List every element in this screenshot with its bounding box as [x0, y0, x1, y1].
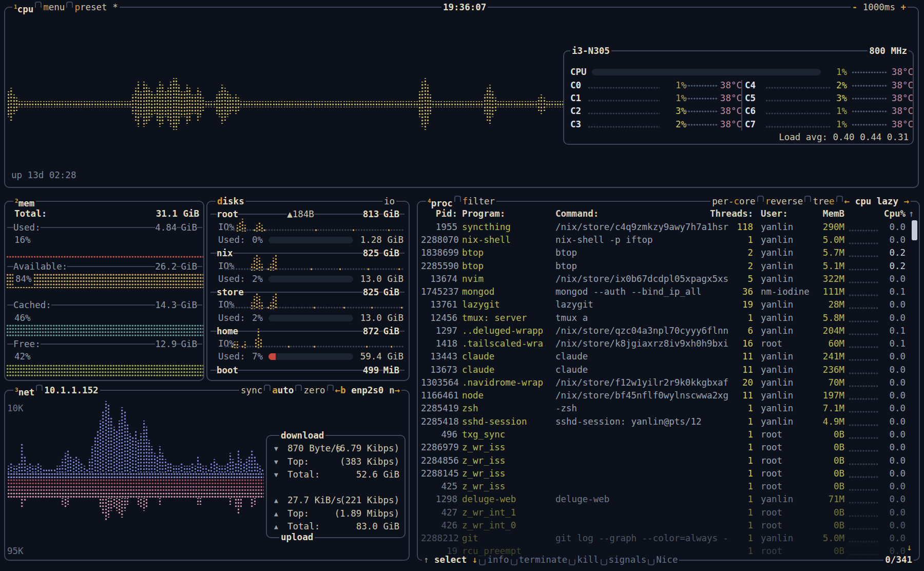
process-row[interactable]: 2288145z_wr_iss1root0B0.0	[418, 467, 914, 480]
interval-control: - 1000ms +	[851, 1, 908, 14]
process-row[interactable]: 2285419zsh-zsh1yanlin7.1M0.0	[418, 402, 914, 415]
upload-stat-label: Top:	[287, 507, 309, 520]
process-command: tmux a	[555, 312, 588, 325]
net-upload-column	[159, 498, 161, 505]
process-row[interactable]: 13443claudeclaude11yanlin241M0.0	[418, 350, 914, 363]
process-row[interactable]: 1303564.navidrome-wrap/nix/store/f12w1yi…	[418, 376, 914, 389]
proc-col-cpu[interactable]: Cpu%	[879, 207, 906, 220]
process-row[interactable]: 12456tmux: servertmux a1yanlin5.8M0.0	[418, 312, 914, 325]
core-meter	[852, 97, 888, 100]
process-name: txg_sync	[462, 428, 505, 441]
process-name: btop	[462, 246, 484, 259]
divider-line	[238, 214, 287, 215]
net-interface-switcher[interactable]: ←b enp2s0 n→	[334, 384, 401, 397]
border-notch	[757, 196, 764, 202]
process-cpu: 0.0	[879, 402, 906, 415]
process-row[interactable]: 2285418sshd-sessionsshd-session: yanlin@…	[418, 415, 914, 428]
process-pid: 425	[421, 480, 457, 493]
process-row[interactable]: 13673claudeclaude11yanlin236M0.0	[418, 364, 914, 376]
process-mem: 0B	[808, 545, 844, 558]
net-options: syncautozero←b enp2s0 n→	[239, 384, 401, 397]
process-row[interactable]: 2288212gitgit log --graph --color=always…	[418, 532, 914, 545]
disk-io-spike	[260, 338, 262, 348]
disks-io-label[interactable]: io	[382, 195, 396, 208]
proc-scroll-down-icon: ↓	[907, 541, 912, 554]
process-pid: 2285418	[421, 415, 457, 428]
divider-line	[177, 344, 181, 345]
process-row[interactable]: 13674nvim/nix/store/ix0b67dcdpl05xpagx5x…	[418, 273, 914, 286]
divider-line	[238, 370, 363, 371]
border-notch	[804, 196, 811, 202]
divider-text: 872	[363, 326, 379, 336]
process-row[interactable]: 1297..deluged-wrapp/nix/store/qzc04a3npl…	[418, 325, 914, 337]
mem-total-value: 31.1 GiB	[156, 207, 199, 220]
proc-col-user[interactable]: User:	[761, 207, 788, 220]
process-mem: 7.1M	[808, 402, 844, 415]
disk-io-spike	[236, 341, 239, 348]
proc-scrollbar-thumb[interactable]	[912, 220, 917, 240]
process-row[interactable]: 1418.tailscaled-wra/nix/store/k8jgiaxrz8…	[418, 337, 914, 350]
disks-panel-title[interactable]: disks	[216, 195, 246, 208]
process-row[interactable]: 2288070nix-shellnix-shell -p iftop1yanli…	[418, 234, 914, 246]
process-row[interactable]: 2285590btopbtop2yanlin5.1M0.2	[418, 260, 914, 273]
divider-text: GiB	[181, 261, 197, 272]
process-row[interactable]: 19rcu_preempt1root0B0.0	[418, 545, 914, 558]
process-row[interactable]: 425z_wr_iss1root0B0.0	[418, 480, 914, 493]
cpu-total-meter	[852, 71, 888, 74]
process-cpu-trail	[849, 515, 878, 518]
proc-filter-button[interactable]: filter	[461, 195, 496, 208]
divider-text: GiB	[383, 248, 399, 258]
process-row[interactable]: 1298deluge-webdeluge-web1yanlin71M0.0	[418, 493, 914, 506]
proc-panel-title[interactable]: 4proc	[426, 195, 454, 208]
proc-col-threads[interactable]: Threads:	[710, 207, 753, 220]
process-cpu-trail	[849, 501, 878, 504]
proc-col-pid[interactable]: Pid:	[421, 207, 457, 220]
process-row[interactable]: 2286979z_wr_iss1root0B0.0	[418, 441, 914, 454]
proc-col-program[interactable]: Program:	[462, 207, 505, 220]
net-arrow-icon: ▲	[274, 520, 278, 533]
proc-options: per-corereversetree← cpu lazy →	[710, 195, 911, 208]
process-cpu-trail	[849, 475, 878, 479]
proc-sort-selector[interactable]: ← cpu lazy →	[843, 195, 911, 208]
process-command: /nix/store/ix0b67dcdpl05xpagx5xs	[555, 273, 728, 286]
net-zero-toggle[interactable]: zero	[302, 384, 326, 397]
process-threads: 1	[710, 519, 753, 532]
process-user: yanlin	[761, 532, 793, 545]
process-cpu: 0.0	[879, 389, 906, 402]
process-name: sshd-session	[462, 415, 527, 428]
process-row[interactable]: 1955syncthing/nix/store/c4q9zmkzy9awy7h7…	[418, 221, 914, 234]
disk-io-spike	[390, 345, 393, 348]
preset-button[interactable]: preset *	[73, 1, 119, 14]
border-notch	[295, 385, 302, 391]
divider-line	[7, 227, 13, 228]
process-row[interactable]: 2284856z_wr_iss1root0B0.0	[418, 454, 914, 467]
process-row[interactable]: 1838699btopbtop2yanlin5.7M0.2	[418, 246, 914, 259]
cpu-panel-title[interactable]: 1cpu	[12, 1, 35, 14]
process-mem: 0B	[808, 480, 844, 493]
process-row[interactable]: 1166461node/nix/store/bf45nflf0wylnscwwa…	[418, 389, 914, 402]
proc-tree-toggle[interactable]: tree	[811, 195, 836, 208]
net-sync-toggle[interactable]: sync	[239, 384, 264, 397]
process-name: nvim	[462, 273, 484, 286]
proc-reverse-toggle[interactable]: reverse	[764, 195, 805, 208]
process-threads: 1	[710, 480, 753, 493]
interval-decrease[interactable]: - 1000ms +	[851, 1, 908, 14]
cpu-panel-titlebar: 1cpumenupreset *	[12, 1, 120, 14]
process-row[interactable]: 13761lazygitlazygit19yanlin28M0.0	[418, 298, 914, 311]
process-row[interactable]: 496txg_sync1root0B0.0	[418, 428, 914, 441]
net-auto-toggle[interactable]: auto	[271, 384, 295, 397]
proc-percore-toggle[interactable]: per-core	[710, 195, 757, 208]
proc-col-command[interactable]: Command:	[555, 207, 599, 220]
process-cpu: 0.0	[879, 312, 906, 325]
divider-line	[379, 214, 383, 215]
process-row[interactable]: 426z_wr_int_01root0B0.0	[418, 519, 914, 532]
net-panel-title[interactable]: 3net	[13, 384, 36, 397]
process-row[interactable]: 427z_wr_int_11root0B0.0	[418, 506, 914, 519]
divider-line	[51, 304, 155, 306]
process-cpu-trail	[849, 527, 878, 530]
process-row[interactable]: 1745237mongodmongod --auth --bind_ip_all…	[418, 286, 914, 298]
menu-button[interactable]: menu	[42, 1, 66, 14]
proc-col-mem[interactable]: MemB	[808, 207, 844, 220]
core-name: C7	[745, 118, 756, 131]
mem-panel-title[interactable]: 2mem	[13, 195, 36, 208]
